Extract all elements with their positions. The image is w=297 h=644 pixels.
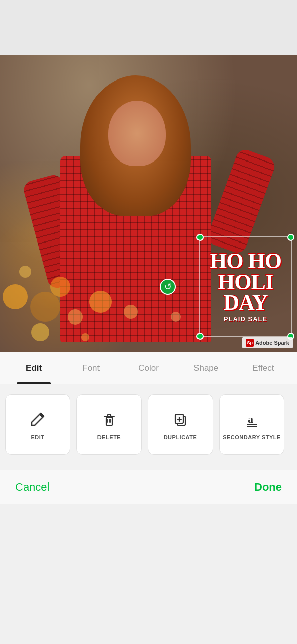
- tab-font[interactable]: Font: [62, 352, 120, 384]
- style-a-icon: a: [242, 409, 262, 429]
- tool-secondary-style[interactable]: a SECONDARY STYLE: [219, 394, 284, 455]
- trash-icon: [99, 409, 119, 429]
- tool-duplicate[interactable]: DUPLICATE: [148, 394, 213, 455]
- image-canvas: HO HOHOLIDAY PLAID SALE Sp Adobe Spark: [0, 55, 297, 352]
- tools-area: EDIT DELETE DUP: [0, 384, 297, 465]
- tool-edit-label: EDIT: [31, 434, 44, 440]
- handle-top-right[interactable]: [287, 234, 294, 241]
- tab-edit[interactable]: Edit: [5, 352, 62, 384]
- svg-text:a: a: [248, 413, 253, 425]
- bottom-area: Edit Font Color Shape Effect EDIT: [0, 352, 297, 504]
- tool-duplicate-label: DUPLICATE: [164, 434, 197, 440]
- watermark-text: Adobe Spark: [255, 340, 289, 346]
- done-button[interactable]: Done: [254, 480, 282, 494]
- top-spacer: [0, 0, 297, 55]
- text-overlay-element[interactable]: HO HOHOLIDAY PLAID SALE: [199, 236, 292, 337]
- face: [108, 101, 166, 166]
- duplicate-icon: [170, 409, 190, 429]
- handle-top-left[interactable]: [196, 234, 204, 241]
- pencil-icon: [28, 409, 48, 429]
- rotate-handle[interactable]: [160, 279, 176, 295]
- sp-logo: Sp: [246, 339, 254, 347]
- watermark: Sp Adobe Spark: [242, 337, 293, 348]
- main-text: HO HOHOLIDAY: [210, 251, 281, 313]
- tab-shape[interactable]: Shape: [177, 352, 235, 384]
- cancel-button[interactable]: Cancel: [15, 480, 49, 494]
- tab-effect[interactable]: Effect: [235, 352, 292, 384]
- action-bar: Cancel Done: [0, 470, 297, 504]
- tool-delete[interactable]: DELETE: [76, 394, 142, 455]
- tool-delete-label: DELETE: [97, 434, 121, 440]
- tool-secondary-style-label: SECONDARY STYLE: [223, 434, 281, 440]
- sub-text: PLAID SALE: [224, 315, 267, 323]
- tab-color[interactable]: Color: [120, 352, 177, 384]
- tool-edit[interactable]: EDIT: [5, 394, 70, 455]
- tab-bar: Edit Font Color Shape Effect: [0, 352, 297, 384]
- handle-bottom-left[interactable]: [196, 333, 204, 340]
